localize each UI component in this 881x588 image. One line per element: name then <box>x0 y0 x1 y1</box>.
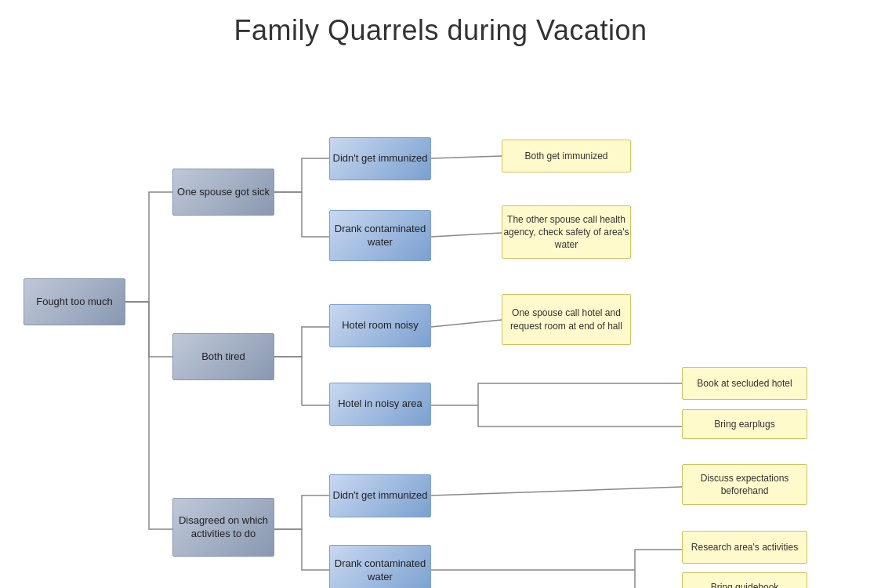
node-cause3: Disagreed on which activities to do <box>172 498 274 557</box>
node-sol2b2: Bring earplugs <box>682 409 807 439</box>
node-sub2a: Hotel room noisy <box>329 304 431 347</box>
node-sol1a: Both get immunized <box>502 140 631 172</box>
svg-line-0 <box>431 156 502 158</box>
node-sol3b2: Bring guidebook <box>682 572 807 588</box>
svg-line-3 <box>431 487 682 495</box>
node-sub2b: Hotel in noisy area <box>329 383 431 426</box>
node-sol3a: Discuss expectations beforehand <box>682 464 807 505</box>
node-sol2b1: Book at secluded hotel <box>682 367 807 400</box>
node-cause2: Both tired <box>172 333 274 380</box>
node-sub1b: Drank contaminated water <box>329 210 431 261</box>
node-sub3b: Drank contaminated water <box>329 545 431 588</box>
page-title: Family Quarrels during Vacation <box>0 0 881 55</box>
connector-lines <box>0 55 881 588</box>
node-sub1a: Didn't get immunized <box>329 137 431 180</box>
node-cause1: One spouse got sick <box>172 169 274 216</box>
node-sol1b: The other spouse call health agency, che… <box>502 205 631 259</box>
node-root: Fought too much <box>24 278 125 325</box>
diagram: Fought too much One spouse got sick Both… <box>0 55 881 588</box>
node-sub3a: Didn't get immunized <box>329 474 431 517</box>
svg-line-2 <box>431 320 502 327</box>
svg-line-1 <box>431 233 502 237</box>
node-sol2a: One spouse call hotel and request room a… <box>502 294 631 345</box>
node-sol3b1: Research area's activities <box>682 531 807 564</box>
